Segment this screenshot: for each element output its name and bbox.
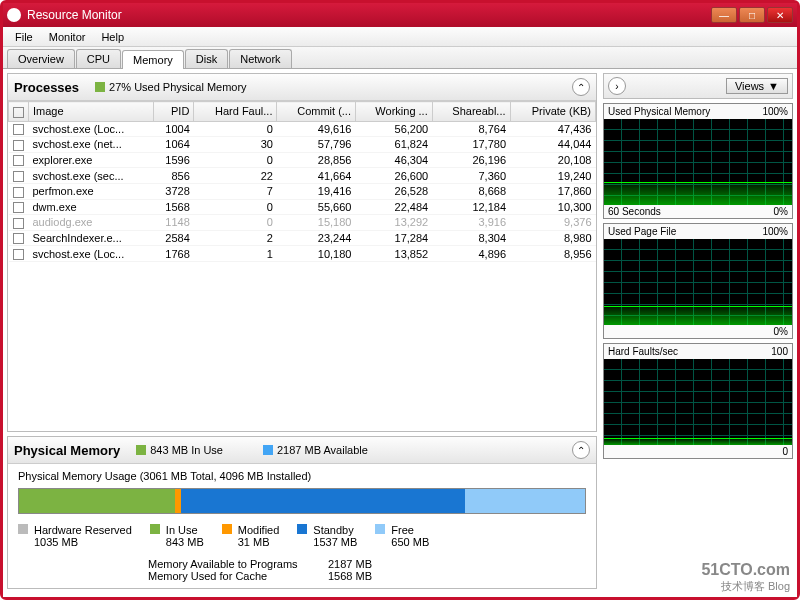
titlebar[interactable]: Resource Monitor — □ ✕ [3,3,797,27]
membar-segment-lightblue [465,489,585,513]
left-column: Processes 27% Used Physical Memory ⌃ Ima… [7,73,597,593]
watermark: 51CTO.com 技术博客 Blog [701,561,790,594]
legend-swatch [150,524,160,534]
row-checkbox[interactable] [13,187,24,198]
row-checkbox[interactable] [13,124,24,135]
processes-header[interactable]: Processes 27% Used Physical Memory ⌃ [8,74,596,101]
row-checkbox[interactable] [13,233,24,244]
select-all-checkbox[interactable] [13,107,24,118]
row-checkbox[interactable] [13,155,24,166]
row-checkbox[interactable] [13,171,24,182]
physmem-header[interactable]: Physical Memory 843 MB In Use 2187 MB Av… [8,437,596,464]
row-checkbox[interactable] [13,140,24,151]
table-row[interactable]: SearchIndexer.e...2584223,24417,2848,304… [9,230,596,246]
row-checkbox[interactable] [13,249,24,260]
tabbar: OverviewCPUMemoryDiskNetwork [3,47,797,69]
legend-swatch [375,524,385,534]
processes-table-wrap[interactable]: ImagePIDHard Faul...Commit (...Working .… [8,101,596,431]
legend-item: Modified31 MB [222,524,280,548]
menu-file[interactable]: File [7,29,41,45]
tab-network[interactable]: Network [229,49,291,68]
physmem-avail: 2187 MB Available [263,444,368,456]
app-icon [7,8,21,22]
legend-swatch [18,524,28,534]
physical-memory-panel: Physical Memory 843 MB In Use 2187 MB Av… [7,436,597,589]
row-checkbox[interactable] [13,218,24,229]
avail-icon [263,445,273,455]
chevron-down-icon: ▼ [768,80,779,92]
views-button[interactable]: Views ▼ [726,78,788,94]
chart-hard-faults-sec: Hard Faults/sec1000 [603,343,793,459]
legend-swatch [297,524,307,534]
column-header[interactable]: Image [29,102,154,122]
column-header[interactable]: Working ... [355,102,432,122]
physmem-title: Physical Memory [14,443,120,458]
column-header[interactable]: Commit (... [277,102,356,122]
physmem-body: Physical Memory Usage (3061 MB Total, 40… [8,464,596,588]
memory-icon [95,82,105,92]
table-row[interactable]: dwm.exe1568055,66022,48412,18410,300 [9,199,596,215]
chart-canvas [604,359,792,445]
right-header: › Views ▼ [603,73,793,99]
legend-swatch [222,524,232,534]
charts-container: Used Physical Memory100%60 Seconds0%Used… [603,103,793,463]
avail-lines: Memory Available to Programs2187 MBMemor… [148,558,586,582]
menu-help[interactable]: Help [93,29,132,45]
minimize-button[interactable]: — [711,7,737,23]
processes-status: 27% Used Physical Memory [95,81,247,93]
membar-segment-green [19,489,175,513]
physmem-inuse: 843 MB In Use [136,444,223,456]
legend-item: Free650 MB [375,524,429,548]
memory-bar [18,488,586,514]
table-row[interactable]: explorer.exe1596028,85646,30426,19620,10… [9,152,596,168]
chart-canvas [604,119,792,205]
table-row[interactable]: svchost.exe (net...10643057,79661,82417,… [9,137,596,153]
column-header[interactable]: PID [153,102,194,122]
processes-title: Processes [14,80,79,95]
collapse-icon[interactable]: ⌃ [572,441,590,459]
row-checkbox[interactable] [13,202,24,213]
chart-canvas [604,239,792,325]
column-header[interactable]: Private (KB) [510,102,595,122]
inuse-icon [136,445,146,455]
avail-line: Memory Used for Cache1568 MB [148,570,586,582]
membar-segment-darkblue [181,489,465,513]
chart-used-page-file: Used Page File100%0% [603,223,793,339]
chart-used-physical-memory: Used Physical Memory100%60 Seconds0% [603,103,793,219]
legend-item: Hardware Reserved1035 MB [18,524,132,548]
window-frame: Resource Monitor — □ ✕ FileMonitorHelp O… [0,0,800,600]
column-header[interactable]: Shareabl... [432,102,510,122]
tab-overview[interactable]: Overview [7,49,75,68]
tab-disk[interactable]: Disk [185,49,228,68]
column-header[interactable]: Hard Faul... [194,102,277,122]
table-row[interactable]: svchost.exe (sec...8562241,66426,6007,36… [9,168,596,184]
window-controls: — □ ✕ [711,7,793,23]
close-button[interactable]: ✕ [767,7,793,23]
memory-legend: Hardware Reserved1035 MBIn Use843 MBModi… [18,524,586,548]
tab-cpu[interactable]: CPU [76,49,121,68]
legend-item: In Use843 MB [150,524,204,548]
physmem-usage-line: Physical Memory Usage (3061 MB Total, 40… [18,470,586,482]
processes-panel: Processes 27% Used Physical Memory ⌃ Ima… [7,73,597,432]
right-column: › Views ▼ Used Physical Memory100%60 Sec… [603,73,793,593]
collapse-icon[interactable]: ⌃ [572,78,590,96]
table-row[interactable]: svchost.exe (Loc...1768110,18013,8524,89… [9,246,596,262]
avail-line: Memory Available to Programs2187 MB [148,558,586,570]
legend-item: Standby1537 MB [297,524,357,548]
window-title: Resource Monitor [27,8,711,22]
table-row[interactable]: svchost.exe (Loc...1004049,61656,2008,76… [9,121,596,137]
processes-table: ImagePIDHard Faul...Commit (...Working .… [8,101,596,262]
menu-monitor[interactable]: Monitor [41,29,94,45]
table-row[interactable]: perfmon.exe3728719,41626,5288,66817,860 [9,183,596,199]
table-row[interactable]: audiodg.exe1148015,18013,2923,9169,376 [9,215,596,231]
maximize-button[interactable]: □ [739,7,765,23]
menubar: FileMonitorHelp [3,27,797,47]
content-area: Processes 27% Used Physical Memory ⌃ Ima… [3,69,797,597]
expand-icon[interactable]: › [608,77,626,95]
tab-memory[interactable]: Memory [122,50,184,69]
